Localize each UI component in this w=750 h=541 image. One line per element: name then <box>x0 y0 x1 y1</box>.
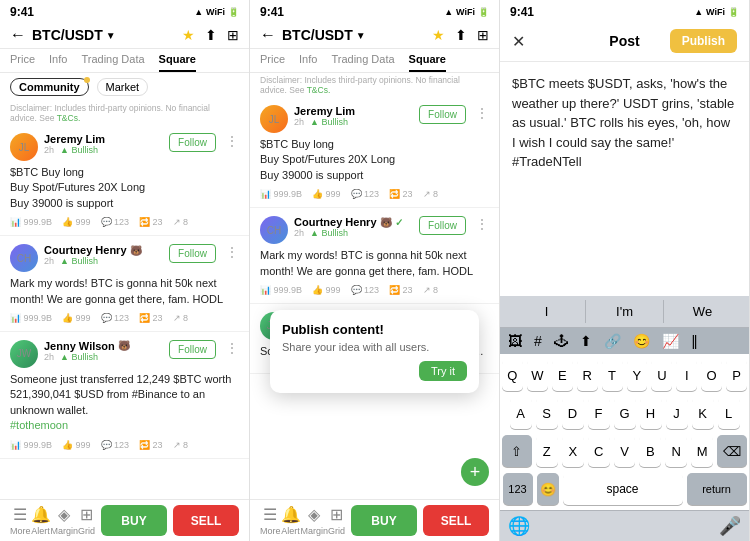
stat-share-p2-2[interactable]: ↗ 8 <box>423 285 439 295</box>
stat-like-p2-2[interactable]: 👍 999 <box>312 285 341 295</box>
key-return[interactable]: return <box>687 473 747 505</box>
link-toolbar-icon[interactable]: 🔗 <box>600 331 625 351</box>
mention-toolbar-icon[interactable]: 🕹 <box>550 331 572 351</box>
globe-icon[interactable]: 🌐 <box>508 515 530 537</box>
stat-repost-1[interactable]: 🔁 23 <box>139 217 163 227</box>
key-S[interactable]: S <box>536 397 558 429</box>
tab-info-2[interactable]: Info <box>299 53 317 72</box>
grid-icon[interactable]: ⊞ <box>227 27 239 43</box>
nav-margin-1[interactable]: ◈Margin <box>51 505 79 536</box>
buy-button-1[interactable]: BUY <box>101 505 167 536</box>
emoji-toolbar-icon[interactable]: 😊 <box>629 331 654 351</box>
key-J[interactable]: J <box>666 397 688 429</box>
stat-comment-2[interactable]: 💬 123 <box>101 313 130 323</box>
mic-icon[interactable]: 🎤 <box>719 515 741 537</box>
more-btn-p2-1[interactable]: ⋮ <box>475 105 489 121</box>
stat-comment-3[interactable]: 💬 123 <box>101 440 130 450</box>
key-V[interactable]: V <box>614 435 636 467</box>
try-it-button[interactable]: Try it <box>419 361 467 381</box>
stat-repost-3[interactable]: 🔁 23 <box>139 440 163 450</box>
close-button[interactable]: ✕ <box>512 32 525 51</box>
tab-info-1[interactable]: Info <box>49 53 67 72</box>
key-Y[interactable]: Y <box>627 359 648 391</box>
key-shift[interactable]: ⇧ <box>502 435 532 467</box>
key-C[interactable]: C <box>588 435 610 467</box>
tab-trading-1[interactable]: Trading Data <box>81 53 144 72</box>
star-icon-2[interactable]: ★ <box>432 27 445 43</box>
key-backspace[interactable]: ⌫ <box>717 435 747 467</box>
key-H[interactable]: H <box>640 397 662 429</box>
nav-margin-2[interactable]: ◈Margin <box>301 505 329 536</box>
key-G[interactable]: G <box>614 397 636 429</box>
key-R[interactable]: R <box>577 359 598 391</box>
nav-more-2[interactable]: ☰More <box>260 505 281 536</box>
tab-price-1[interactable]: Price <box>10 53 35 72</box>
tab-square-1[interactable]: Square <box>159 53 196 72</box>
suggestion-we[interactable]: We <box>664 300 741 323</box>
back-button[interactable]: ← <box>10 26 26 44</box>
subtab-community-1[interactable]: Community <box>10 78 89 96</box>
share-icon[interactable]: ⬆ <box>205 27 217 43</box>
stat-repost-2[interactable]: 🔁 23 <box>139 313 163 323</box>
upload-toolbar-icon[interactable]: ⬆ <box>576 331 596 351</box>
stat-share-1[interactable]: ↗ 8 <box>173 217 189 227</box>
publish-button[interactable]: Publish <box>670 29 737 53</box>
follow-btn-3[interactable]: Follow <box>169 340 216 359</box>
stat-like-3[interactable]: 👍 999 <box>62 440 91 450</box>
nav-grid-1[interactable]: ⊞Grid <box>78 505 95 536</box>
star-icon[interactable]: ★ <box>182 27 195 43</box>
tab-square-2[interactable]: Square <box>409 53 446 72</box>
key-space[interactable]: space <box>563 473 683 505</box>
key-P[interactable]: P <box>726 359 747 391</box>
disclaimer-link-2[interactable]: T&Cs. <box>307 85 331 95</box>
key-A[interactable]: A <box>510 397 532 429</box>
suggestion-im[interactable]: I'm <box>586 300 664 323</box>
editor-text-area[interactable]: $BTC meets $USDT, asks, 'how's the weath… <box>500 62 749 296</box>
follow-btn-p2-2[interactable]: Follow <box>419 216 466 235</box>
image-toolbar-icon[interactable]: 🖼 <box>504 331 526 351</box>
key-T[interactable]: T <box>602 359 623 391</box>
key-U[interactable]: U <box>651 359 672 391</box>
stat-share-3[interactable]: ↗ 8 <box>173 440 189 450</box>
stat-like-2[interactable]: 👍 999 <box>62 313 91 323</box>
stat-like-p2-1[interactable]: 👍 999 <box>312 189 341 199</box>
stat-repost-p2-2[interactable]: 🔁 23 <box>389 285 413 295</box>
key-K[interactable]: K <box>692 397 714 429</box>
tab-price-2[interactable]: Price <box>260 53 285 72</box>
key-X[interactable]: X <box>562 435 584 467</box>
key-D[interactable]: D <box>562 397 584 429</box>
pause-toolbar-icon[interactable]: ‖ <box>687 331 702 351</box>
chart-toolbar-icon[interactable]: 📈 <box>658 331 683 351</box>
stat-like-1[interactable]: 👍 999 <box>62 217 91 227</box>
buy-button-2[interactable]: BUY <box>351 505 417 536</box>
more-btn-1[interactable]: ⋮ <box>225 133 239 149</box>
stat-repost-p2-1[interactable]: 🔁 23 <box>389 189 413 199</box>
more-btn-2[interactable]: ⋮ <box>225 244 239 260</box>
grid-icon-2[interactable]: ⊞ <box>477 27 489 43</box>
sell-button-1[interactable]: SELL <box>173 505 239 536</box>
follow-btn-p2-1[interactable]: Follow <box>419 105 466 124</box>
stat-comment-1[interactable]: 💬 123 <box>101 217 130 227</box>
fab-2[interactable]: + <box>461 458 489 486</box>
back-button-2[interactable]: ← <box>260 26 276 44</box>
pair-title-2[interactable]: BTC/USDT ▼ <box>282 27 366 43</box>
subtab-market-1[interactable]: Market <box>97 78 149 96</box>
key-Q[interactable]: Q <box>502 359 523 391</box>
tab-trading-2[interactable]: Trading Data <box>331 53 394 72</box>
key-L[interactable]: L <box>718 397 740 429</box>
key-N[interactable]: N <box>665 435 687 467</box>
follow-btn-1[interactable]: Follow <box>169 133 216 152</box>
stat-share-p2-1[interactable]: ↗ 8 <box>423 189 439 199</box>
key-W[interactable]: W <box>527 359 548 391</box>
nav-grid-2[interactable]: ⊞Grid <box>328 505 345 536</box>
hashtag-toolbar-icon[interactable]: # <box>530 331 546 351</box>
key-B[interactable]: B <box>639 435 661 467</box>
nav-more-1[interactable]: ☰More <box>10 505 31 536</box>
disclaimer-link-1[interactable]: T&Cs. <box>57 113 81 123</box>
nav-alert-2[interactable]: 🔔Alert <box>281 505 301 536</box>
key-I[interactable]: I <box>676 359 697 391</box>
key-M[interactable]: M <box>691 435 713 467</box>
share-icon-2[interactable]: ⬆ <box>455 27 467 43</box>
more-btn-3[interactable]: ⋮ <box>225 340 239 356</box>
stat-share-2[interactable]: ↗ 8 <box>173 313 189 323</box>
